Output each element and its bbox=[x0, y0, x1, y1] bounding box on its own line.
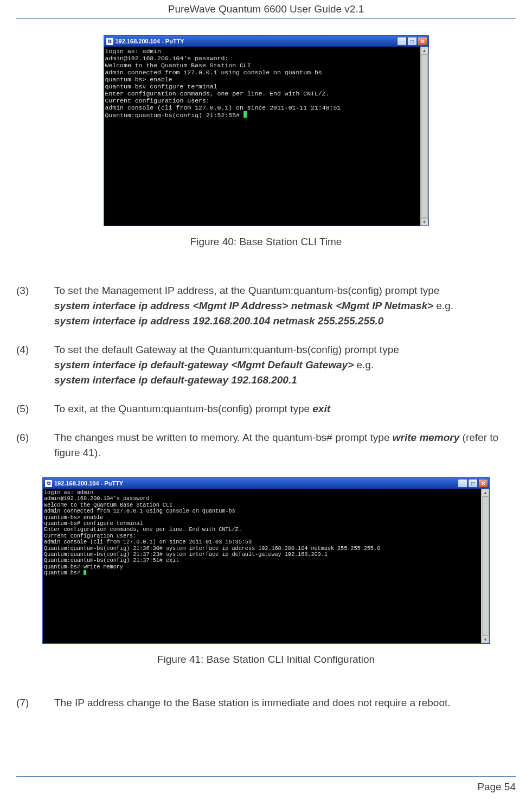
maximize-button[interactable]: □ bbox=[468, 479, 478, 488]
terminal-cursor-icon bbox=[243, 111, 247, 118]
step-text: To exit, at the Quantum:quantum-bs(confi… bbox=[54, 403, 312, 414]
command-template: system interface ip default-gateway <Mgm… bbox=[54, 359, 354, 370]
page-footer: Page 54 bbox=[16, 776, 516, 793]
command: exit bbox=[312, 403, 330, 414]
scrollbar-up-icon[interactable]: ▲ bbox=[421, 47, 428, 54]
window-buttons: _ □ ✕ bbox=[397, 37, 427, 46]
command-example: system interface ip address 192.168.200.… bbox=[54, 315, 383, 327]
putty-window-fig41: ⧉ 192.168.200.104 - PuTTY _ □ ✕ login as… bbox=[42, 477, 490, 644]
terminal-text: login as: admin admin@192.168.200.104's … bbox=[105, 48, 341, 119]
step-text: e.g. bbox=[433, 300, 453, 311]
page-number: Page 54 bbox=[477, 781, 516, 792]
step-number: (7) bbox=[16, 695, 54, 711]
step-6: (6) The changes must be written to memor… bbox=[16, 430, 516, 460]
close-button[interactable]: ✕ bbox=[478, 479, 488, 488]
step-text: To set the Management IP address, at the… bbox=[54, 285, 439, 296]
command: write memory bbox=[393, 432, 460, 443]
close-button[interactable]: ✕ bbox=[418, 37, 427, 46]
putty-title-text: 192.168.200.104 - PuTTY bbox=[54, 480, 456, 487]
putty-title-text: 192.168.200.104 - PuTTY bbox=[116, 38, 395, 44]
step-body: The IP address change to the Base statio… bbox=[54, 695, 516, 711]
scrollbar-thumb[interactable] bbox=[421, 54, 428, 218]
minimize-button[interactable]: _ bbox=[397, 37, 407, 46]
figure-40: ⧉ 192.168.200.104 - PuTTY _ □ ✕ login as… bbox=[16, 19, 516, 248]
scrollbar[interactable]: ▲ ▼ bbox=[481, 489, 489, 643]
scrollbar-thumb[interactable] bbox=[482, 496, 489, 636]
minimize-button[interactable]: _ bbox=[458, 479, 467, 488]
terminal-output[interactable]: login as: admin admin@192.168.200.104's … bbox=[43, 489, 481, 643]
scrollbar-track[interactable] bbox=[421, 54, 428, 218]
page-header: PureWave Quantum 6600 User Guide v2.1 bbox=[16, 0, 516, 19]
putty-app-icon: ⧉ bbox=[106, 38, 113, 45]
scrollbar-down-icon[interactable]: ▼ bbox=[482, 636, 489, 643]
step-number: (5) bbox=[16, 401, 54, 417]
command-template: system interface ip address <Mgmt IP Add… bbox=[54, 300, 433, 311]
step-3: (3) To set the Management IP address, at… bbox=[16, 283, 516, 329]
step-5: (5) To exit, at the Quantum:quantum-bs(c… bbox=[16, 401, 516, 417]
putty-titlebar: ⧉ 192.168.200.104 - PuTTY _ □ ✕ bbox=[43, 478, 489, 489]
step-text: To set the default Gateway at the Quantu… bbox=[54, 344, 399, 355]
step-7: (7) The IP address change to the Base st… bbox=[16, 695, 516, 711]
putty-titlebar: ⧉ 192.168.200.104 - PuTTY _ □ ✕ bbox=[104, 36, 428, 47]
scrollbar-down-icon[interactable]: ▼ bbox=[421, 218, 428, 226]
maximize-button[interactable]: □ bbox=[407, 37, 417, 46]
step-body: To exit, at the Quantum:quantum-bs(confi… bbox=[54, 401, 516, 417]
scrollbar[interactable]: ▲ ▼ bbox=[420, 47, 428, 226]
command-example: system interface ip default-gateway 192.… bbox=[54, 374, 297, 386]
figure-41: ⧉ 192.168.200.104 - PuTTY _ □ ✕ login as… bbox=[16, 474, 516, 666]
step-text: e.g. bbox=[354, 359, 374, 370]
step-body: The changes must be written to memory. A… bbox=[54, 430, 516, 460]
window-buttons: _ □ ✕ bbox=[458, 479, 488, 488]
step-4: (4) To set the default Gateway at the Qu… bbox=[16, 342, 516, 388]
step-number: (3) bbox=[16, 283, 54, 329]
terminal-text: login as: admin admin@192.168.200.104's … bbox=[44, 489, 380, 576]
step-number: (6) bbox=[16, 430, 54, 460]
step-body: To set the default Gateway at the Quantu… bbox=[54, 342, 516, 388]
figure-40-caption: Figure 40: Base Station CLI Time bbox=[16, 236, 516, 248]
putty-window-fig40: ⧉ 192.168.200.104 - PuTTY _ □ ✕ login as… bbox=[104, 35, 429, 226]
step-text: The changes must be written to memory. A… bbox=[54, 432, 393, 443]
step-text: The IP address change to the Base statio… bbox=[54, 697, 451, 708]
terminal-output[interactable]: login as: admin admin@192.168.200.104's … bbox=[104, 47, 420, 226]
document-title: PureWave Quantum 6600 User Guide v2.1 bbox=[16, 3, 516, 19]
figure-41-caption: Figure 41: Base Station CLI Initial Conf… bbox=[16, 654, 516, 666]
step-number: (4) bbox=[16, 342, 54, 388]
scrollbar-up-icon[interactable]: ▲ bbox=[482, 489, 489, 496]
terminal-cursor-icon bbox=[84, 570, 86, 575]
step-body: To set the Management IP address, at the… bbox=[54, 283, 516, 329]
putty-app-icon: ⧉ bbox=[45, 480, 52, 487]
scrollbar-track[interactable] bbox=[482, 496, 489, 636]
